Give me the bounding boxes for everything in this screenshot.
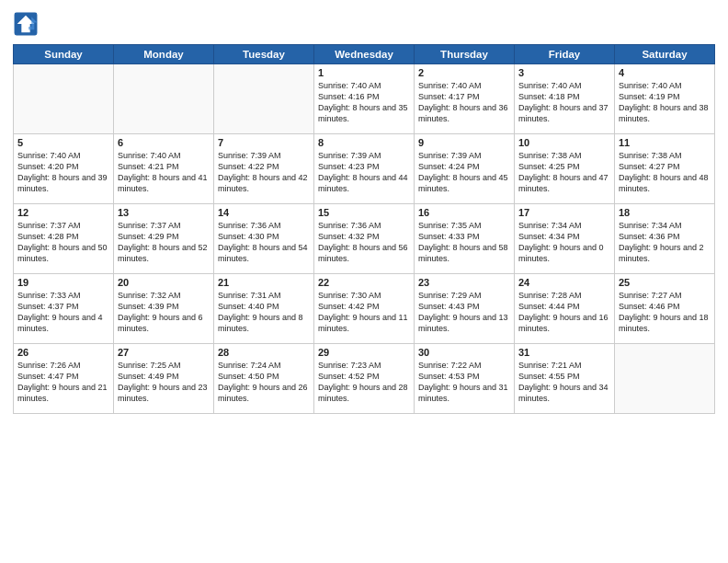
cell-content: Sunrise: 7:35 AMSunset: 4:33 PMDaylight:… [418, 220, 510, 265]
cell-date: 27 [118, 347, 210, 358]
calendar-cell [114, 64, 214, 134]
cell-content: Sunrise: 7:26 AMSunset: 4:47 PMDaylight:… [17, 360, 109, 405]
cell-date: 25 [619, 277, 711, 288]
week-row-1: 1Sunrise: 7:40 AMSunset: 4:16 PMDaylight… [14, 64, 715, 134]
calendar-cell: 6Sunrise: 7:40 AMSunset: 4:21 PMDaylight… [114, 134, 214, 204]
cell-date: 23 [418, 277, 510, 288]
week-row-3: 12Sunrise: 7:37 AMSunset: 4:28 PMDayligh… [14, 204, 715, 274]
calendar-cell: 25Sunrise: 7:27 AMSunset: 4:46 PMDayligh… [615, 274, 715, 344]
cell-content: Sunrise: 7:28 AMSunset: 4:44 PMDaylight:… [518, 290, 610, 335]
calendar-table: SundayMondayTuesdayWednesdayThursdayFrid… [13, 44, 715, 414]
cell-content: Sunrise: 7:23 AMSunset: 4:52 PMDaylight:… [318, 360, 410, 405]
cell-content: Sunrise: 7:38 AMSunset: 4:25 PMDaylight:… [518, 150, 610, 195]
week-row-5: 26Sunrise: 7:26 AMSunset: 4:47 PMDayligh… [14, 344, 715, 414]
calendar-cell: 26Sunrise: 7:26 AMSunset: 4:47 PMDayligh… [14, 344, 114, 414]
calendar-cell: 19Sunrise: 7:33 AMSunset: 4:37 PMDayligh… [14, 274, 114, 344]
cell-date: 6 [118, 137, 210, 148]
day-header-thursday: Thursday [415, 45, 515, 64]
cell-content: Sunrise: 7:40 AMSunset: 4:21 PMDaylight:… [118, 150, 210, 195]
cell-content: Sunrise: 7:38 AMSunset: 4:27 PMDaylight:… [619, 150, 711, 195]
calendar-cell: 10Sunrise: 7:38 AMSunset: 4:25 PMDayligh… [515, 134, 615, 204]
cell-content: Sunrise: 7:33 AMSunset: 4:37 PMDaylight:… [17, 290, 109, 335]
cell-date: 26 [17, 347, 109, 358]
cell-date: 10 [518, 137, 610, 148]
cell-content: Sunrise: 7:40 AMSunset: 4:17 PMDaylight:… [418, 80, 510, 125]
cell-content: Sunrise: 7:30 AMSunset: 4:42 PMDaylight:… [318, 290, 410, 335]
day-header-wednesday: Wednesday [314, 45, 415, 64]
day-header-saturday: Saturday [615, 45, 715, 64]
cell-content: Sunrise: 7:36 AMSunset: 4:32 PMDaylight:… [318, 220, 410, 265]
calendar-cell: 24Sunrise: 7:28 AMSunset: 4:44 PMDayligh… [515, 274, 615, 344]
cell-content: Sunrise: 7:37 AMSunset: 4:28 PMDaylight:… [17, 220, 109, 265]
cell-content: Sunrise: 7:31 AMSunset: 4:40 PMDaylight:… [218, 290, 310, 335]
cell-content: Sunrise: 7:40 AMSunset: 4:18 PMDaylight:… [518, 80, 610, 125]
cell-content: Sunrise: 7:39 AMSunset: 4:23 PMDaylight:… [318, 150, 410, 195]
calendar-cell [14, 64, 114, 134]
calendar-cell: 20Sunrise: 7:32 AMSunset: 4:39 PMDayligh… [114, 274, 214, 344]
cell-content: Sunrise: 7:40 AMSunset: 4:16 PMDaylight:… [318, 80, 410, 125]
cell-content: Sunrise: 7:39 AMSunset: 4:22 PMDaylight:… [218, 150, 310, 195]
calendar-body: 1Sunrise: 7:40 AMSunset: 4:16 PMDaylight… [14, 64, 715, 414]
calendar-container: SundayMondayTuesdayWednesdayThursdayFrid… [0, 0, 728, 563]
cell-date: 24 [518, 277, 610, 288]
cell-date: 8 [318, 137, 410, 148]
cell-date: 12 [17, 207, 109, 218]
calendar-cell: 30Sunrise: 7:22 AMSunset: 4:53 PMDayligh… [415, 344, 515, 414]
cell-date: 29 [318, 347, 410, 358]
cell-date: 30 [418, 347, 510, 358]
cell-date: 9 [418, 137, 510, 148]
cell-date: 22 [318, 277, 410, 288]
calendar-cell: 12Sunrise: 7:37 AMSunset: 4:28 PMDayligh… [14, 204, 114, 274]
calendar-cell [615, 344, 715, 414]
cell-content: Sunrise: 7:36 AMSunset: 4:30 PMDaylight:… [218, 220, 310, 265]
cell-content: Sunrise: 7:21 AMSunset: 4:55 PMDaylight:… [518, 360, 610, 405]
cell-content: Sunrise: 7:34 AMSunset: 4:34 PMDaylight:… [518, 220, 610, 265]
day-header-sunday: Sunday [14, 45, 114, 64]
calendar-cell: 2Sunrise: 7:40 AMSunset: 4:17 PMDaylight… [415, 64, 515, 134]
cell-content: Sunrise: 7:37 AMSunset: 4:29 PMDaylight:… [118, 220, 210, 265]
cell-date: 20 [118, 277, 210, 288]
calendar-cell: 7Sunrise: 7:39 AMSunset: 4:22 PMDaylight… [214, 134, 314, 204]
cell-content: Sunrise: 7:40 AMSunset: 4:19 PMDaylight:… [619, 80, 711, 125]
calendar-cell: 4Sunrise: 7:40 AMSunset: 4:19 PMDaylight… [615, 64, 715, 134]
cell-date: 19 [17, 277, 109, 288]
cell-content: Sunrise: 7:39 AMSunset: 4:24 PMDaylight:… [418, 150, 510, 195]
cell-date: 18 [619, 207, 711, 218]
cell-date: 13 [118, 207, 210, 218]
cell-content: Sunrise: 7:29 AMSunset: 4:43 PMDaylight:… [418, 290, 510, 335]
cell-date: 17 [518, 207, 610, 218]
cell-date: 4 [619, 67, 711, 78]
cell-date: 15 [318, 207, 410, 218]
cell-date: 28 [218, 347, 310, 358]
cell-date: 1 [318, 67, 410, 78]
calendar-cell: 31Sunrise: 7:21 AMSunset: 4:55 PMDayligh… [515, 344, 615, 414]
cell-content: Sunrise: 7:32 AMSunset: 4:39 PMDaylight:… [118, 290, 210, 335]
calendar-cell [214, 64, 314, 134]
calendar-cell: 27Sunrise: 7:25 AMSunset: 4:49 PMDayligh… [114, 344, 214, 414]
calendar-cell: 18Sunrise: 7:34 AMSunset: 4:36 PMDayligh… [615, 204, 715, 274]
week-row-4: 19Sunrise: 7:33 AMSunset: 4:37 PMDayligh… [14, 274, 715, 344]
calendar-cell: 14Sunrise: 7:36 AMSunset: 4:30 PMDayligh… [214, 204, 314, 274]
calendar-cell: 21Sunrise: 7:31 AMSunset: 4:40 PMDayligh… [214, 274, 314, 344]
calendar-cell: 5Sunrise: 7:40 AMSunset: 4:20 PMDaylight… [14, 134, 114, 204]
calendar-cell: 13Sunrise: 7:37 AMSunset: 4:29 PMDayligh… [114, 204, 214, 274]
cell-date: 2 [418, 67, 510, 78]
cell-date: 14 [218, 207, 310, 218]
cell-content: Sunrise: 7:27 AMSunset: 4:46 PMDaylight:… [619, 290, 711, 335]
calendar-cell: 9Sunrise: 7:39 AMSunset: 4:24 PMDaylight… [415, 134, 515, 204]
logo [13, 11, 42, 37]
calendar-cell: 22Sunrise: 7:30 AMSunset: 4:42 PMDayligh… [314, 274, 415, 344]
calendar-cell: 29Sunrise: 7:23 AMSunset: 4:52 PMDayligh… [314, 344, 415, 414]
calendar-cell: 28Sunrise: 7:24 AMSunset: 4:50 PMDayligh… [214, 344, 314, 414]
calendar-cell: 15Sunrise: 7:36 AMSunset: 4:32 PMDayligh… [314, 204, 415, 274]
header [13, 11, 715, 37]
day-header-row: SundayMondayTuesdayWednesdayThursdayFrid… [14, 45, 715, 64]
cell-date: 21 [218, 277, 310, 288]
cell-date: 16 [418, 207, 510, 218]
cell-date: 5 [17, 137, 109, 148]
cell-date: 31 [518, 347, 610, 358]
week-row-2: 5Sunrise: 7:40 AMSunset: 4:20 PMDaylight… [14, 134, 715, 204]
calendar-cell: 3Sunrise: 7:40 AMSunset: 4:18 PMDaylight… [515, 64, 615, 134]
calendar-cell: 17Sunrise: 7:34 AMSunset: 4:34 PMDayligh… [515, 204, 615, 274]
logo-icon [13, 11, 39, 37]
